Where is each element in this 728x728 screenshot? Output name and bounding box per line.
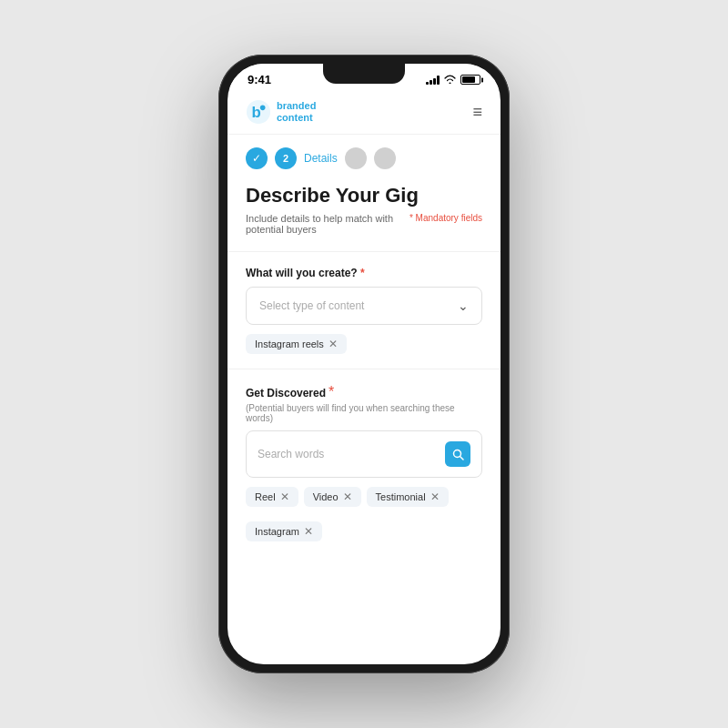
step-4-dot — [374, 147, 396, 169]
content-type-select[interactable]: Select type of content ⌄ — [246, 287, 482, 325]
divider-2 — [228, 369, 500, 369]
signal-icon — [426, 76, 440, 85]
get-discovered-label-row: Get Discovered * (Potential buyers will … — [246, 384, 482, 423]
remove-tag-reel[interactable]: ✕ — [280, 491, 289, 502]
menu-button[interactable]: ≡ — [472, 103, 482, 122]
required-star: * — [360, 267, 365, 279]
status-icons — [426, 75, 480, 86]
search-tags-row: Reel ✕ Video ✕ Testimonial ✕ — [246, 487, 482, 507]
search-words-input[interactable]: Search words — [246, 430, 482, 478]
search-icon — [452, 449, 464, 460]
step-3-dot — [345, 147, 367, 169]
page-subtitle: Include details to help match with poten… — [246, 213, 482, 235]
remove-tag-testimonial[interactable]: ✕ — [430, 491, 440, 502]
tag-chip-instagram-reels: Instagram reels ✕ — [246, 334, 347, 354]
mandatory-note: * Mandatory fields — [410, 213, 482, 223]
search-tags-row-2: Instagram ✕ — [246, 521, 482, 541]
tag-chip-reel: Reel ✕ — [246, 487, 298, 507]
phone-screen: 9:41 — [228, 64, 500, 664]
selected-content-tags: Instagram reels ✕ — [246, 334, 482, 354]
remove-tag-video[interactable]: ✕ — [343, 491, 352, 502]
page-title: Describe Your Gig — [246, 184, 482, 207]
svg-text:b: b — [252, 104, 261, 121]
step-2-active: 2 — [275, 147, 297, 169]
step-2-label: Details — [304, 152, 338, 165]
tag-chip-testimonial: Testimonial ✕ — [367, 487, 449, 507]
svg-line-4 — [460, 456, 463, 460]
step-1-complete: ✓ — [246, 147, 268, 169]
search-placeholder: Search words — [258, 448, 324, 460]
wifi-icon — [444, 75, 456, 86]
logo-icon: b — [246, 99, 271, 125]
remove-tag-instagram-reels[interactable]: ✕ — [329, 339, 338, 349]
remove-tag-instagram[interactable]: ✕ — [304, 526, 313, 537]
phone-notch — [323, 64, 405, 84]
status-time: 9:41 — [248, 73, 271, 86]
phone-frame: 9:41 — [218, 55, 510, 673]
main-content: ✓ 2 Details Describe Your Gig Include de… — [228, 135, 500, 664]
battery-icon — [460, 75, 480, 85]
divider-1 — [228, 251, 500, 252]
tag-chip-instagram: Instagram ✕ — [246, 521, 322, 541]
app-header: b branded content ≡ — [228, 90, 500, 135]
content-type-label: What will you create? * — [246, 267, 482, 279]
tag-chip-video: Video ✕ — [304, 487, 361, 507]
content-type-placeholder: Select type of content — [259, 299, 364, 312]
get-discovered-note: (Potential buyers will find you when sea… — [246, 403, 482, 423]
logo: b branded content — [246, 99, 316, 125]
svg-point-2 — [260, 106, 266, 111]
chevron-down-icon: ⌄ — [458, 298, 469, 313]
search-button[interactable] — [445, 441, 470, 467]
step-indicators: ✓ 2 Details — [246, 147, 482, 169]
get-discovered-label: Get Discovered — [246, 387, 326, 399]
logo-text: branded content — [277, 100, 316, 124]
